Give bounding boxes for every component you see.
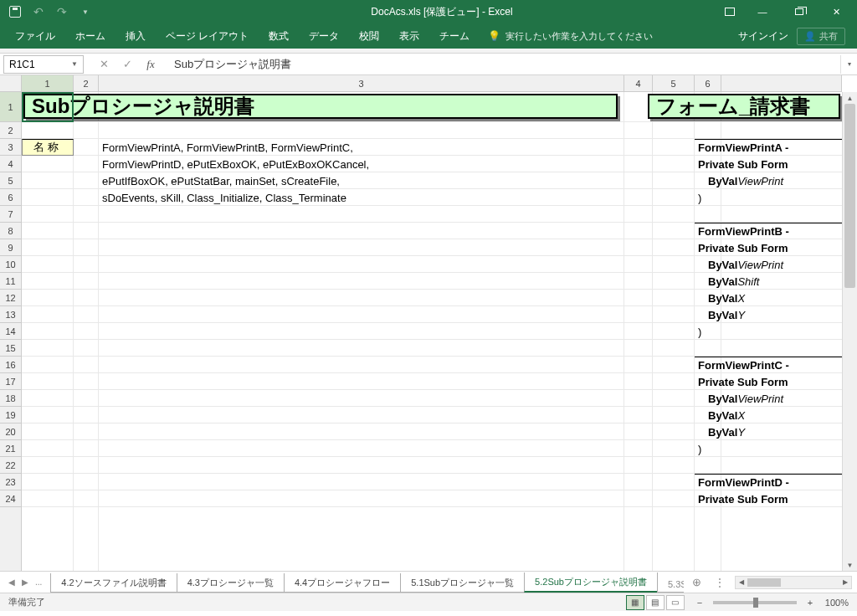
page-layout-view-icon[interactable]: ▤ xyxy=(646,595,665,610)
row-header[interactable]: 24 xyxy=(0,490,21,507)
status-bar: 準備完了 ▦ ▤ ▭ − + 100% xyxy=(0,593,857,611)
name-box[interactable]: R1C1 ▼ xyxy=(3,55,84,74)
row-header[interactable]: 21 xyxy=(0,440,21,457)
close-button[interactable]: ✕ xyxy=(819,0,854,23)
formula-input[interactable]: Subプロシージャ説明書 xyxy=(167,57,840,72)
hscroll-thumb[interactable] xyxy=(747,578,781,587)
row-header[interactable]: 9 xyxy=(0,239,21,256)
row-header[interactable]: 4 xyxy=(0,156,21,172)
share-button[interactable]: 👤 共有 xyxy=(797,28,845,45)
sheet-tab[interactable]: 4.2ソースファイル説明書 xyxy=(50,573,177,593)
cancel-icon[interactable]: ✕ xyxy=(95,58,112,70)
redo-icon[interactable]: ↷ xyxy=(55,5,69,18)
col-header[interactable]: 3 xyxy=(99,75,624,91)
tab-data[interactable]: データ xyxy=(299,23,349,49)
code-line: ) xyxy=(698,323,701,340)
page-break-view-icon[interactable]: ▭ xyxy=(666,595,685,610)
code-line: Private Sub Form xyxy=(698,239,788,256)
row-header[interactable]: 6 xyxy=(0,189,21,206)
sheet-tab[interactable]: 4.3プロシージャ一覧 xyxy=(177,573,285,593)
scroll-right-icon[interactable]: ▶ xyxy=(839,577,851,588)
code-line: ByVal ViewPrint xyxy=(698,390,783,407)
cells-area[interactable]: Subプロシージャ説明書フォーム_請求書名称FormViewPrintA, Fo… xyxy=(22,92,842,571)
row-header[interactable]: 7 xyxy=(0,206,21,223)
tab-insert[interactable]: 挿入 xyxy=(115,23,156,49)
row-header[interactable]: 23 xyxy=(0,474,21,490)
enter-icon[interactable]: ✓ xyxy=(119,58,136,70)
row-header[interactable]: 13 xyxy=(0,306,21,323)
row-header[interactable]: 22 xyxy=(0,457,21,474)
select-all-corner[interactable] xyxy=(0,75,22,92)
horizontal-scrollbar[interactable]: ◀ ▶ xyxy=(735,576,852,589)
row-header[interactable]: 8 xyxy=(0,223,21,239)
row-header[interactable]: 17 xyxy=(0,373,21,390)
section-title-left: Subプロシージャ説明書 xyxy=(23,94,618,119)
vertical-scrollbar[interactable]: ▲ ▼ xyxy=(842,92,857,571)
undo-icon[interactable]: ↶ xyxy=(32,5,45,18)
col-header[interactable]: 6 xyxy=(695,75,721,91)
sheet-tab[interactable]: 5.2Subプロシージャ説明書 xyxy=(524,572,658,593)
col-header[interactable]: 2 xyxy=(74,75,99,91)
zoom-percent[interactable]: 100% xyxy=(825,598,849,608)
row-header[interactable]: 10 xyxy=(0,256,21,273)
vscroll-thumb[interactable] xyxy=(844,104,855,288)
add-sheet-button[interactable]: ⊕ xyxy=(684,576,710,588)
sheet-tab[interactable]: 5.3S ... xyxy=(657,576,684,593)
row-header[interactable]: 5 xyxy=(0,172,21,189)
sheet-tab[interactable]: 4.4プロシージャフロー xyxy=(284,573,401,593)
tab-home[interactable]: ホーム xyxy=(65,23,115,49)
col-header[interactable]: 1 xyxy=(22,75,74,91)
zoom-track[interactable] xyxy=(713,601,797,604)
code-line: ByVal Y xyxy=(698,306,745,323)
formula-expand-icon[interactable]: ▾ xyxy=(840,55,857,74)
code-line: ByVal X xyxy=(698,290,745,306)
save-icon[interactable] xyxy=(8,5,22,18)
row-header[interactable]: 16 xyxy=(0,357,21,373)
tab-team[interactable]: チーム xyxy=(429,23,480,49)
col-header[interactable]: 4 xyxy=(624,75,653,91)
row-header[interactable]: 20 xyxy=(0,424,21,440)
row-header[interactable]: 1 xyxy=(0,92,21,122)
spreadsheet-grid: 123456 123456789101112131415161718192021… xyxy=(0,75,857,571)
zoom-in-button[interactable]: + xyxy=(803,598,817,608)
normal-view-icon[interactable]: ▦ xyxy=(626,595,644,610)
scroll-up-icon[interactable]: ▲ xyxy=(843,92,857,104)
sheet-menu-icon[interactable]: ⋮ xyxy=(710,577,730,588)
signin-link[interactable]: サインイン xyxy=(738,29,788,44)
sheet-nav-next-icon[interactable]: ▶ xyxy=(22,578,28,587)
scroll-left-icon[interactable]: ◀ xyxy=(736,577,747,588)
code-line: Private Sub Form xyxy=(698,490,788,507)
row-header[interactable]: 11 xyxy=(0,273,21,290)
qat-dropdown-icon[interactable]: ▼ xyxy=(79,5,92,18)
share-label: 共有 xyxy=(819,30,838,43)
row-header[interactable]: 14 xyxy=(0,323,21,340)
tab-pagelayout[interactable]: ページ レイアウト xyxy=(156,23,259,49)
zoom-out-button[interactable]: − xyxy=(693,598,706,608)
tab-formulas[interactable]: 数式 xyxy=(259,23,299,49)
zoom-thumb[interactable] xyxy=(753,598,758,608)
row-header[interactable]: 18 xyxy=(0,390,21,407)
sheet-tab[interactable]: 5.1Subプロシージャ一覧 xyxy=(400,573,525,593)
row-header[interactable]: 2 xyxy=(0,122,21,139)
tab-file[interactable]: ファイル xyxy=(5,23,65,49)
sheet-tab-bar: ◀ ▶ ... 4.2ソースファイル説明書4.3プロシージャ一覧4.4プロシージ… xyxy=(0,571,857,593)
code-line: ByVal X xyxy=(698,407,745,424)
proc-line: FormViewPrintA, FormViewPrintB, FormView… xyxy=(102,139,353,156)
tab-review[interactable]: 校閲 xyxy=(349,23,389,49)
tell-me-search[interactable]: 💡 実行したい作業を入力してください xyxy=(480,30,653,43)
row-header[interactable]: 15 xyxy=(0,340,21,357)
proc-line: ePutIfBoxOK, ePutStatBar, mainSet, sCrea… xyxy=(102,172,340,189)
chevron-down-icon[interactable]: ▼ xyxy=(71,60,78,68)
sheet-nav-prev-icon[interactable]: ◀ xyxy=(8,578,15,587)
row-header[interactable]: 12 xyxy=(0,290,21,306)
restore-button[interactable] xyxy=(782,0,817,23)
scroll-down-icon[interactable]: ▼ xyxy=(843,559,857,571)
minimize-button[interactable]: — xyxy=(745,0,780,23)
row-header[interactable]: 3 xyxy=(0,139,21,156)
sheet-nav-more[interactable]: ... xyxy=(35,578,42,587)
ribbon-display-icon[interactable] xyxy=(716,0,743,23)
tab-view[interactable]: 表示 xyxy=(389,23,429,49)
fx-icon[interactable]: fx xyxy=(142,58,159,71)
row-header[interactable]: 19 xyxy=(0,407,21,424)
col-header[interactable]: 5 xyxy=(653,75,695,91)
